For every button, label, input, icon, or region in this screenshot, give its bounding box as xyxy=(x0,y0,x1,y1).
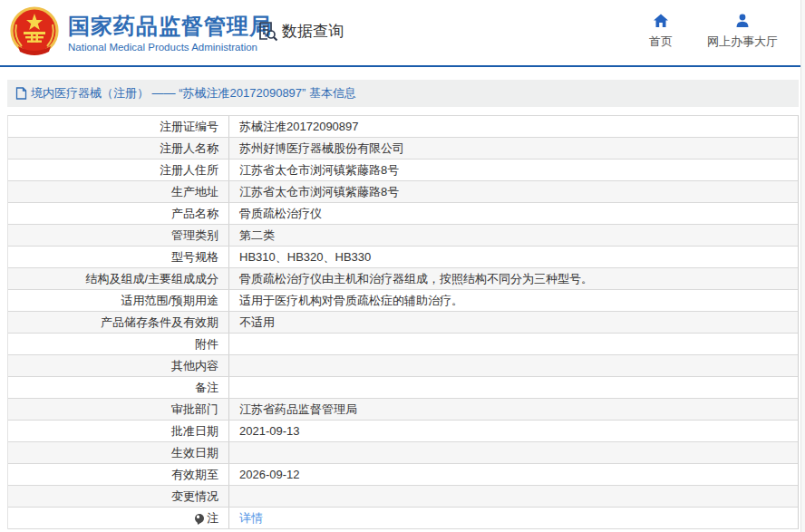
row-label: 注册人名称 xyxy=(8,138,229,159)
row-label-text: 备注 xyxy=(195,380,218,396)
person-icon xyxy=(734,13,751,29)
logo-text: 国家药品监督管理局 National Medical Products Admi… xyxy=(68,13,272,53)
table-row: 审批部门江苏省药品监督管理局 xyxy=(8,399,798,421)
row-label: 其他内容 xyxy=(8,355,229,376)
table-row: 变更情况 xyxy=(8,486,798,508)
row-value: 骨质疏松治疗仪 xyxy=(229,203,798,224)
table-row: 注详情 xyxy=(8,508,798,529)
row-label: 备注 xyxy=(8,377,229,398)
row-value xyxy=(229,442,798,463)
home-icon xyxy=(653,13,669,29)
row-label: 注册人住所 xyxy=(8,160,229,180)
row-value-text: 2026-09-12 xyxy=(239,468,300,481)
row-label: 适用范围/预期用途 xyxy=(8,290,229,311)
row-value: 详情 xyxy=(229,508,798,528)
row-label: 产品储存条件及有效期 xyxy=(8,312,229,333)
nav-item-home[interactable]: 首页 xyxy=(649,13,673,50)
row-label-text: 注册人名称 xyxy=(160,140,218,157)
row-value: 适用于医疗机构对骨质疏松症的辅助治疗。 xyxy=(229,290,798,311)
nav-item-online-hall[interactable]: 网上办事大厅 xyxy=(707,13,778,50)
table-row: 注册人名称苏州好博医疗器械股份有限公司 xyxy=(8,138,798,160)
row-label-text: 有效期至 xyxy=(171,467,218,483)
row-value xyxy=(229,355,798,376)
row-value: 2026-09-12 xyxy=(229,464,798,485)
table-row: 批准日期2021-09-13 xyxy=(8,421,798,442)
row-value-text: 苏械注准20172090897 xyxy=(239,119,359,135)
row-label: 审批部门 xyxy=(8,399,229,420)
breadcrumb: 境内医疗器械（注册） —— “苏械注准20172090897” 基本信息 xyxy=(7,80,799,107)
row-value-text: 2021-09-13 xyxy=(239,424,300,438)
row-label: 结构及组成/主要组成成分 xyxy=(8,268,229,289)
site-header: 国家药品监督管理局 National Medical Products Admi… xyxy=(0,0,805,65)
site-logo[interactable]: 国家药品监督管理局 National Medical Products Admi… xyxy=(9,6,272,59)
row-label: 生效日期 xyxy=(8,442,229,463)
header-divider xyxy=(0,65,805,67)
table-row: 备注 xyxy=(8,377,798,399)
row-label-text: 变更情况 xyxy=(171,488,218,505)
table-row: 结构及组成/主要组成成分骨质疏松治疗仪由主机和治疗器组成，按照结构不同分为三种型… xyxy=(8,268,798,290)
site-title: 国家药品监督管理局 xyxy=(68,13,272,40)
row-label-text: 生效日期 xyxy=(171,445,218,461)
balloon-icon xyxy=(195,514,204,523)
table-row: 适用范围/预期用途适用于医疗机构对骨质疏松症的辅助治疗。 xyxy=(8,290,798,312)
row-label-text: 型号规格 xyxy=(171,249,218,266)
vertical-scrollbar[interactable] xyxy=(800,0,805,532)
row-label: 附件 xyxy=(8,334,229,354)
table-row: 型号规格HB310、HB320、HB330 xyxy=(8,247,798,268)
row-value: 苏州好博医疗器械股份有限公司 xyxy=(229,138,798,159)
row-value-text: 苏州好博医疗器械股份有限公司 xyxy=(239,140,404,157)
row-value-text: 江苏省药品监督管理局 xyxy=(239,401,357,418)
row-label-text: 注 xyxy=(207,510,218,527)
row-label: 管理类别 xyxy=(8,225,229,246)
row-label-text: 产品储存条件及有效期 xyxy=(101,314,218,331)
table-row: 注册证编号苏械注准20172090897 xyxy=(8,116,798,138)
table-row: 产品名称骨质疏松治疗仪 xyxy=(8,203,798,225)
row-label-text: 结构及组成/主要组成成分 xyxy=(85,271,218,287)
row-label-text: 附件 xyxy=(195,336,218,353)
row-value: 苏械注准20172090897 xyxy=(229,116,798,137)
row-label-text: 产品名称 xyxy=(171,206,218,222)
table-row: 生效日期 xyxy=(8,442,798,464)
row-value: 不适用 xyxy=(229,312,798,333)
page-icon xyxy=(15,87,27,100)
top-nav: 首页 网上办事大厅 xyxy=(649,13,778,50)
row-label-text: 注册人住所 xyxy=(160,162,218,179)
row-value-text: 适用于医疗机构对骨质疏松症的辅助治疗。 xyxy=(239,293,463,309)
row-value-text: 骨质疏松治疗仪由主机和治疗器组成，按照结构不同分为三种型号。 xyxy=(239,271,593,287)
data-query-section[interactable]: 数据查询 xyxy=(257,20,344,42)
table-row: 生产地址江苏省太仓市浏河镇紫藤路8号 xyxy=(8,181,798,203)
row-value xyxy=(229,334,798,354)
detail-link[interactable]: 详情 xyxy=(239,510,263,527)
row-value-text: 江苏省太仓市浏河镇紫藤路8号 xyxy=(239,184,399,200)
table-row: 产品储存条件及有效期不适用 xyxy=(8,312,798,334)
row-label: 有效期至 xyxy=(8,464,229,485)
breadcrumb-text: 境内医疗器械（注册） —— “苏械注准20172090897” 基本信息 xyxy=(31,85,356,102)
row-label-text: 管理类别 xyxy=(171,227,218,244)
row-label-text: 生产地址 xyxy=(171,184,218,200)
registration-table: 注册证编号苏械注准20172090897注册人名称苏州好博医疗器械股份有限公司注… xyxy=(7,115,799,529)
row-value-text: 不适用 xyxy=(239,314,275,331)
table-row: 其他内容 xyxy=(8,355,798,377)
row-value: 江苏省药品监督管理局 xyxy=(229,399,798,420)
row-value-text: 第二类 xyxy=(239,227,275,244)
row-value: 江苏省太仓市浏河镇紫藤路8号 xyxy=(229,181,798,202)
row-value-text: 江苏省太仓市浏河镇紫藤路8号 xyxy=(239,162,399,179)
row-value xyxy=(229,377,798,398)
row-value xyxy=(229,486,798,507)
row-label-text: 批准日期 xyxy=(171,423,218,440)
row-label: 变更情况 xyxy=(8,486,229,507)
row-label-text: 审批部门 xyxy=(171,401,218,418)
row-label-text: 注册证编号 xyxy=(160,119,218,135)
row-value: 2021-09-13 xyxy=(229,421,798,441)
nav-item-label: 首页 xyxy=(649,34,673,50)
row-label: 注 xyxy=(8,508,229,528)
row-value: 骨质疏松治疗仪由主机和治疗器组成，按照结构不同分为三种型号。 xyxy=(229,268,798,289)
row-label: 生产地址 xyxy=(8,181,229,202)
row-label: 批准日期 xyxy=(8,421,229,441)
document-search-icon xyxy=(257,20,278,42)
nav-item-label: 网上办事大厅 xyxy=(707,34,778,50)
data-query-label: 数据查询 xyxy=(282,21,344,42)
row-value-text: HB310、HB320、HB330 xyxy=(239,249,371,266)
row-label-text: 适用范围/预期用途 xyxy=(121,293,218,309)
national-emblem-icon xyxy=(9,6,60,59)
